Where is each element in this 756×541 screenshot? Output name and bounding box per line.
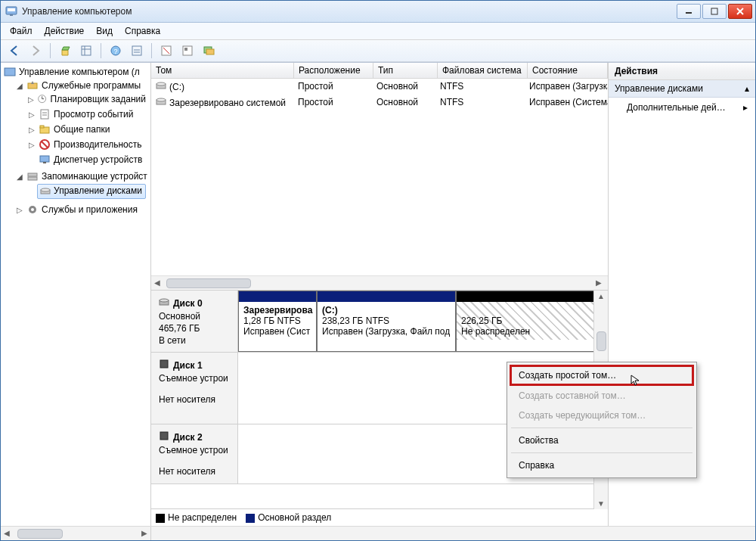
collapse-icon[interactable]: ◢ — [16, 173, 23, 181]
vol-layout: Простой — [293, 79, 372, 95]
menu-help[interactable]: Справка — [119, 26, 166, 36]
vol-fs: NTFS — [435, 95, 525, 110]
disk-title: Диск 0 — [173, 298, 203, 309]
tree-diskmgmt-label: Управление дисками — [54, 185, 142, 196]
scroll-right-icon[interactable]: ▶ — [596, 278, 605, 288]
bottom-scrollbar[interactable]: ◀ ▶ — [1, 526, 755, 540]
disk-head[interactable]: Диск 2 Съемное устрои Нет носителя — [151, 424, 238, 483]
tree-perf-label: Производительность — [54, 139, 141, 150]
window-title: Управление компьютером — [22, 6, 675, 17]
vol-layout: Простой — [293, 95, 372, 110]
help-icon[interactable]: ? — [107, 42, 125, 60]
context-menu: Создать простой том… Создать составной т… — [507, 362, 697, 478]
svg-rect-46 — [160, 360, 168, 368]
menu-file[interactable]: Файл — [4, 26, 39, 36]
refresh-icon[interactable] — [157, 42, 175, 60]
scroll-thumb[interactable] — [596, 331, 606, 351]
volume-row[interactable]: (C:) Простой Основной NTFS Исправен (Заг… — [151, 79, 608, 95]
scroll-thumb[interactable] — [17, 529, 63, 539]
tree-perf[interactable]: ▷Производительность — [28, 138, 146, 151]
ctx-create-spanned-volume: Создать составной том… — [510, 386, 694, 406]
actions-section-label: Управление дисками — [615, 83, 703, 94]
back-button[interactable] — [5, 42, 23, 60]
vol-fs: NTFS — [435, 79, 525, 95]
tree-diskmgmt[interactable]: Управление дисками — [28, 184, 146, 199]
vol-name: (C:) — [169, 82, 184, 92]
volume-hscroll[interactable]: ◀ ▶ — [151, 275, 608, 290]
collapse-icon[interactable]: ▴ — [745, 83, 749, 94]
svg-rect-1 — [8, 8, 15, 11]
ctx-create-simple-volume[interactable]: Создать простой том… — [510, 365, 694, 386]
ctx-help[interactable]: Справка — [510, 455, 694, 475]
legend-primary-label: Основной раздел — [258, 512, 331, 523]
actions-section[interactable]: Управление дисками ▴ — [609, 80, 755, 98]
menu-action[interactable]: Действие — [39, 26, 91, 36]
scroll-up-icon[interactable]: ▲ — [597, 292, 605, 300]
vol-type: Основной — [372, 95, 435, 110]
scroll-thumb[interactable] — [166, 278, 251, 288]
col-type[interactable]: Тип — [373, 63, 438, 78]
disk-head[interactable]: Диск 0 Основной 465,76 ГБ В сети — [151, 291, 238, 352]
svg-point-45 — [160, 299, 169, 302]
tree-root[interactable]: Управление компьютером (л — [4, 66, 149, 78]
disk-type: Съемное устрои — [159, 373, 233, 384]
list-icon[interactable] — [128, 42, 146, 60]
tree-storage[interactable]: ◢ Запоминающие устройст — [16, 170, 147, 182]
svg-rect-35 — [28, 177, 37, 180]
col-layout[interactable]: Расположение — [294, 63, 373, 78]
tree-shares[interactable]: ▷Общие папки — [28, 123, 146, 135]
disk-type: Основной — [159, 311, 233, 322]
scroll-left-icon[interactable]: ◀ — [4, 529, 10, 537]
view-icon[interactable] — [77, 42, 95, 60]
svg-rect-17 — [184, 48, 187, 51]
svg-rect-32 — [40, 156, 49, 162]
minimize-button[interactable] — [677, 4, 701, 19]
tree-services[interactable]: ▷ Службы и приложения — [16, 204, 147, 216]
expand-icon[interactable]: ▷ — [28, 141, 36, 149]
collapse-icon[interactable]: ◢ — [16, 82, 23, 90]
expand-icon[interactable]: ▷ — [16, 206, 23, 214]
svg-rect-34 — [28, 173, 37, 176]
legend-unalloc-label: Не распределен — [168, 512, 237, 523]
tree-scheduler[interactable]: ▷Планировщик заданий — [28, 93, 146, 105]
actions-more[interactable]: Дополнительные дей… ▸ — [609, 98, 755, 117]
col-volume[interactable]: Том — [151, 63, 294, 78]
volume-table: Том Расположение Тип Файловая система Со… — [151, 63, 608, 291]
volume-row[interactable]: Зарезервировано системой Простой Основно… — [151, 95, 608, 110]
menu-view[interactable]: Вид — [90, 26, 119, 36]
settings-icon[interactable] — [178, 42, 197, 60]
partition-unallocated[interactable]: 226,25 ГБ Не распределен — [456, 291, 594, 352]
volume-columns: Том Расположение Тип Файловая система Со… — [151, 63, 608, 79]
scroll-left-icon[interactable]: ◀ — [154, 278, 163, 288]
up-icon[interactable] — [56, 42, 74, 60]
part-size: 226,25 ГБ — [461, 316, 589, 326]
part-size: 1,28 ГБ NTFS — [243, 316, 311, 326]
partition-c[interactable]: (C:) 238,23 ГБ NTFS Исправен (Загрузка, … — [317, 291, 456, 352]
expand-icon[interactable]: ▷ — [28, 110, 36, 119]
scroll-right-icon[interactable]: ▶ — [141, 529, 147, 537]
tree-devmgr[interactable]: Диспетчер устройств — [28, 154, 146, 166]
col-fs[interactable]: Файловая система — [438, 63, 528, 78]
svg-point-37 — [41, 188, 50, 191]
ctx-properties[interactable]: Свойства — [510, 431, 694, 450]
svg-text:?: ? — [113, 48, 117, 55]
expand-icon[interactable]: ▷ — [28, 95, 34, 104]
tree-events[interactable]: ▷Просмотр событий — [28, 108, 146, 120]
forward-button[interactable] — [26, 42, 45, 60]
tree-tools-label: Служебные программы — [42, 80, 141, 91]
legend-unalloc-swatch — [156, 514, 165, 523]
maximize-button[interactable] — [702, 4, 727, 19]
svg-rect-33 — [43, 162, 46, 163]
action-icon[interactable] — [200, 42, 218, 60]
svg-rect-4 — [711, 8, 717, 14]
col-state[interactable]: Состояние — [528, 63, 608, 78]
menubar: Файл Действие Вид Справка — [1, 23, 755, 40]
partition-system-reserved[interactable]: Зарезервирова 1,28 ГБ NTFS Исправен (Сис… — [238, 291, 317, 352]
expand-icon[interactable]: ▷ — [28, 126, 36, 134]
tree-tools[interactable]: ◢ Служебные программы — [16, 79, 147, 92]
disk-head[interactable]: Диск 1 Съемное устрои Нет носителя — [151, 353, 238, 424]
drive-icon — [156, 81, 166, 90]
disk-title: Диск 1 — [173, 360, 203, 371]
scroll-down-icon[interactable]: ▼ — [597, 499, 605, 508]
close-button[interactable] — [728, 4, 752, 19]
